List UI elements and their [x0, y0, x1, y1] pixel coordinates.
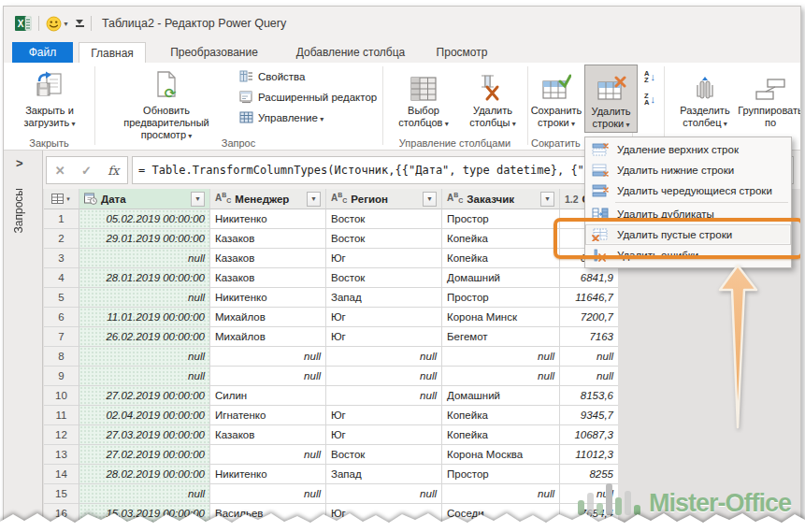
cell-region[interactable]: Восток	[326, 445, 442, 465]
cell-region[interactable]: Юг	[326, 327, 442, 347]
smiley-feedback-button[interactable]: ▼	[46, 16, 69, 32]
cell-customer[interactable]: Корона Минск	[442, 308, 560, 327]
cell-cost[interactable]: 10687,3	[560, 425, 618, 445]
cell-region[interactable]: Юг	[326, 249, 442, 268]
menu-item-remove-top-rows[interactable]: Удаление верхних строк	[585, 139, 791, 160]
cell-date[interactable]: 27.02.2019 00:00:00	[79, 445, 210, 465]
cell-customer[interactable]: Копейка	[442, 406, 560, 425]
cell-customer[interactable]: null	[442, 347, 560, 367]
cell-customer[interactable]: Копейка	[442, 229, 560, 249]
row-number[interactable]: 10	[44, 386, 79, 406]
fx-button[interactable]: fx	[108, 164, 119, 178]
cell-region[interactable]: Юг	[326, 504, 442, 524]
cell-cost[interactable]: 11646,7	[560, 288, 618, 308]
row-number[interactable]: 2	[44, 229, 79, 249]
column-header-manager[interactable]: ABC Менеджер ▼	[210, 189, 326, 209]
cell-cost[interactable]: null	[560, 367, 618, 386]
sort-descending-button[interactable]: ZA ↓	[638, 89, 662, 109]
sort-ascending-button[interactable]: AZ ↓	[638, 66, 662, 87]
row-number[interactable]: 5	[44, 288, 79, 308]
cell-date[interactable]: 15.03.2019 00:00:00	[79, 504, 210, 524]
cell-customer[interactable]: null	[442, 484, 560, 504]
cell-manager[interactable]: Михайлов	[210, 327, 326, 347]
cell-region[interactable]: null	[326, 484, 442, 504]
menu-item-remove-bottom-rows[interactable]: Удалить нижние строки	[585, 160, 791, 180]
menu-item-remove-errors[interactable]: Удалить ошибки	[585, 245, 791, 266]
column-header-customer[interactable]: ABC Заказчик ▼	[442, 189, 560, 209]
cell-date[interactable]: 05.02.2019 00:00:00	[79, 209, 210, 229]
cell-date[interactable]: 28.02.2019 00:00:00	[79, 465, 210, 484]
cell-date[interactable]: 27.02.2019 00:00:00	[79, 386, 210, 406]
cell-region[interactable]: null	[326, 347, 442, 367]
cell-region[interactable]: Восток	[326, 268, 442, 288]
filter-dropdown-button[interactable]: ▼	[423, 192, 437, 207]
cell-customer[interactable]: Бегемот	[442, 327, 560, 347]
cell-customer[interactable]: Копейка	[442, 249, 560, 268]
row-number[interactable]: 13	[44, 445, 79, 465]
row-number[interactable]: 6	[44, 308, 79, 327]
cell-region[interactable]: Запад	[326, 288, 442, 308]
tab-file[interactable]: Файл	[12, 42, 73, 63]
row-number[interactable]: 1	[44, 209, 79, 229]
cell-manager[interactable]: null	[210, 367, 326, 386]
cell-manager[interactable]: Казаков	[210, 268, 326, 288]
cell-manager[interactable]: Силин	[210, 386, 326, 406]
remove-rows-button[interactable]: Удалить строки	[584, 65, 638, 133]
filter-dropdown-button[interactable]: ▼	[307, 192, 321, 207]
cell-manager[interactable]: Казаков	[210, 249, 326, 268]
cell-region[interactable]: Юг	[326, 425, 442, 445]
expand-queries-chevron[interactable]: >	[16, 156, 23, 170]
group-by-button[interactable]: Группировать по	[740, 65, 800, 129]
cell-date[interactable]: 29.01.2019 00:00:00	[79, 229, 210, 249]
close-and-load-button[interactable]: Закрыть и загрузить	[13, 65, 86, 130]
cell-manager[interactable]: null	[210, 347, 326, 367]
cell-manager[interactable]: Никитенко	[210, 465, 326, 484]
row-number[interactable]: 16	[44, 504, 79, 524]
customize-toolbar-button[interactable]	[76, 20, 84, 27]
cell-manager[interactable]: Михайлов	[210, 308, 326, 327]
cell-region[interactable]: null	[326, 386, 442, 406]
cell-manager[interactable]: Казаков	[210, 229, 326, 249]
row-number[interactable]: 9	[44, 367, 79, 386]
select-all-corner-button[interactable]: ▼	[44, 189, 79, 209]
cell-manager[interactable]: null	[210, 445, 326, 465]
cell-customer[interactable]: Соседи	[442, 504, 560, 524]
menu-item-remove-blank-rows[interactable]: Удалить пустые строки	[585, 224, 791, 245]
cell-region[interactable]: Юг	[326, 308, 442, 327]
cell-date[interactable]: null	[79, 347, 210, 367]
row-number[interactable]: 8	[44, 347, 79, 367]
cell-cost[interactable]: 11012,3	[560, 445, 618, 465]
cell-cost[interactable]: 9345,7	[560, 406, 618, 425]
cell-cost[interactable]: 7200,7	[560, 308, 618, 327]
cell-date[interactable]: 02.04.2019 00:00:00	[79, 406, 210, 425]
refresh-preview-button[interactable]: ⟳ Обновить предварительный просмотр	[101, 65, 232, 142]
advanced-editor-button[interactable]: Расширенный редактор	[239, 87, 377, 107]
cell-manager[interactable]: Игнатенко	[210, 406, 326, 425]
cell-date[interactable]: 27.03.2019 00:00:00	[79, 425, 210, 445]
properties-button[interactable]: Свойства	[239, 66, 306, 86]
cell-customer[interactable]: Простор	[442, 209, 560, 229]
tab-add-column[interactable]: Добавление столбца	[284, 42, 417, 63]
cell-manager[interactable]: Васильев	[210, 504, 326, 524]
cell-cost[interactable]: null	[560, 347, 618, 367]
tab-view[interactable]: Просмотр	[429, 42, 495, 63]
cell-customer[interactable]: Корона Москва	[442, 445, 560, 465]
tab-transform[interactable]: Преобразование	[156, 42, 272, 63]
cell-date[interactable]: null	[79, 484, 210, 504]
cell-cost[interactable]: 8255	[560, 465, 618, 484]
cell-date[interactable]: 26.02.2019 00:00:00	[79, 327, 210, 347]
choose-columns-button[interactable]: Выбор столбцов	[389, 65, 458, 130]
cell-cost[interactable]: 6841,9	[560, 268, 618, 288]
cell-customer[interactable]: Копейка	[442, 425, 560, 445]
cell-customer[interactable]: null	[442, 367, 560, 386]
cell-region[interactable]: Восток	[326, 209, 442, 229]
keep-rows-button[interactable]: Сохранить строки	[529, 65, 583, 130]
cell-customer[interactable]: Простор	[442, 465, 560, 484]
cell-customer[interactable]: Простор	[442, 288, 560, 308]
cell-manager[interactable]: Никитенко	[210, 288, 326, 308]
menu-item-remove-duplicates[interactable]: Удалить дубликаты	[585, 204, 791, 224]
row-number[interactable]: 7	[44, 327, 79, 347]
menu-item-remove-alternate-rows[interactable]: Удалить чередующиеся строки	[585, 180, 791, 201]
remove-columns-button[interactable]: Удалить столбцы	[460, 65, 525, 130]
queries-pane-label[interactable]: Запросы	[12, 188, 25, 233]
